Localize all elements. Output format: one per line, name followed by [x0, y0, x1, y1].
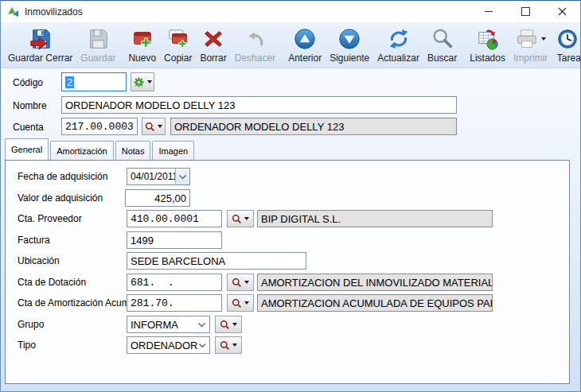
proveedor-lookup-caret-icon	[244, 217, 249, 220]
tipo-value: ORDENADOR	[131, 340, 198, 351]
cuenta-lookup-button[interactable]	[142, 118, 166, 135]
magnifier-icon	[232, 298, 242, 309]
amortizacion-lookup-button[interactable]	[227, 294, 254, 312]
refresh-button[interactable]: Actualizar	[373, 24, 423, 68]
nombre-label: Nombre	[13, 100, 47, 111]
undo-button[interactable]: Deshacer	[231, 24, 279, 68]
maximize-button[interactable]	[507, 1, 544, 22]
cuenta-input[interactable]: 217.00.0003	[61, 118, 138, 135]
save-close-button[interactable]: Guardar Cerrar	[4, 24, 76, 68]
grupo-lookup-button[interactable]	[215, 316, 242, 333]
previous-icon	[293, 27, 317, 51]
gear-icon	[133, 76, 145, 88]
tipo-combobox[interactable]: ORDENADOR	[127, 336, 210, 354]
codigo-options-button[interactable]	[131, 72, 154, 91]
toolbar-label: Tareas	[557, 52, 581, 64]
tab-imagen[interactable]: Imagen	[152, 141, 194, 160]
grupo-label: Grupo	[18, 319, 44, 330]
chevron-down-icon	[178, 174, 187, 180]
toolbar-label: Anterior	[288, 52, 322, 64]
proveedor-input[interactable]: 410.00.0001	[127, 210, 222, 227]
content-area: Código 2 Nombre ORDENADOR MODELO DELLY 1…	[1, 68, 580, 391]
tipo-lookup-button[interactable]	[215, 336, 242, 354]
print-dropdown-caret-icon[interactable]	[541, 37, 546, 41]
toolbar-label: Guardar	[80, 52, 115, 64]
amortizacion-input[interactable]: 281.70.	[127, 294, 222, 312]
search-icon	[431, 27, 454, 51]
proveedor-label: Cta. Proveedor	[18, 213, 82, 224]
tab-general[interactable]: General	[5, 138, 49, 160]
copy-button[interactable]: Copiar	[160, 24, 196, 68]
app-logo-icon	[7, 6, 20, 18]
chevron-down-icon	[198, 343, 206, 348]
toolbar-label: Actualizar	[377, 52, 419, 64]
cuenta-lookup-caret-icon	[158, 125, 162, 128]
toolbar-label: Imprimir	[513, 52, 548, 64]
window-controls	[470, 1, 580, 22]
magnifier-icon	[145, 122, 155, 132]
tab-notas[interactable]: Notas	[115, 141, 151, 160]
new-card-icon	[131, 27, 154, 51]
general-tab-panel: Fecha de adquisición 04/01/2011 Valor de…	[5, 160, 570, 384]
factura-input[interactable]: 1499	[127, 231, 222, 249]
toolbar-label: Deshacer	[235, 52, 275, 64]
nombre-input[interactable]: ORDENADOR MODELO DELLY 123	[61, 96, 457, 114]
valor-input[interactable]: 425,00	[125, 189, 190, 207]
delete-button[interactable]: Borrar	[196, 24, 230, 68]
new-button[interactable]: Nuevo	[124, 24, 160, 68]
minimize-button[interactable]	[470, 1, 507, 22]
title-bar: Inmovilizados	[1, 1, 580, 22]
magnifier-icon	[220, 340, 230, 351]
toolbar-label: Copiar	[164, 52, 192, 64]
copy-icon	[166, 27, 190, 51]
fecha-value: 04/01/2011	[131, 171, 177, 182]
amortizacion-description: AMORTIZACION ACUMULADA DE EQUIPOS PARA P…	[257, 294, 493, 312]
chevron-down-icon	[197, 322, 206, 328]
dotacion-lookup-button[interactable]	[227, 274, 254, 291]
amortizacion-lookup-caret-icon	[244, 301, 249, 305]
tipo-label: Tipo	[18, 340, 36, 351]
tab-strip: General Amortización Notas Imagen	[5, 138, 196, 160]
toolbar-label: Buscar	[427, 52, 457, 64]
next-button[interactable]: Siguiente	[326, 24, 373, 68]
save-button[interactable]: Guardar	[76, 24, 119, 68]
save-icon	[86, 27, 110, 51]
amortizacion-label: Cta de Amortización Acum.	[18, 297, 132, 309]
magnifier-icon	[232, 214, 242, 224]
toolbar-label: Borrar	[200, 52, 226, 64]
refresh-icon	[387, 27, 411, 51]
clock-icon	[556, 27, 579, 51]
toolbar-label: Nuevo	[128, 52, 156, 64]
ubicacion-input[interactable]: SEDE BARCELONA	[127, 252, 306, 270]
cuenta-label: Cuenta	[13, 122, 44, 133]
codigo-selected-text: 2	[65, 76, 74, 88]
tab-amortizacion[interactable]: Amortización	[50, 141, 114, 160]
gear-dropdown-caret-icon	[147, 80, 152, 83]
proveedor-lookup-button[interactable]	[227, 210, 254, 227]
dotacion-input[interactable]: 681. .	[127, 274, 222, 291]
minimize-icon	[485, 11, 493, 12]
tasks-button[interactable]: Tareas	[552, 24, 581, 68]
toolbar-label: Guardar Cerrar	[8, 52, 72, 64]
print-button[interactable]: Imprimir	[509, 24, 552, 68]
valor-label: Valor de adquisición	[18, 192, 103, 204]
app-window: Inmovilizados Guardar Cerrar	[0, 0, 581, 392]
fecha-dropdown-button[interactable]	[175, 169, 189, 184]
tipo-lookup-caret-icon	[232, 343, 237, 347]
magnifier-icon	[232, 278, 242, 288]
close-button[interactable]	[544, 1, 580, 22]
delete-x-icon	[201, 27, 225, 51]
proveedor-description: BIP DIGITAL S.L.	[257, 210, 493, 227]
search-button[interactable]: Buscar	[423, 24, 461, 68]
previous-button[interactable]: Anterior	[284, 24, 326, 68]
next-icon	[337, 27, 361, 51]
ubicacion-label: Ubicación	[18, 255, 60, 266]
codigo-input[interactable]: 2	[61, 72, 127, 91]
grupo-combobox[interactable]: INFORMA	[127, 316, 210, 333]
grupo-lookup-caret-icon	[232, 323, 237, 326]
reports-button[interactable]: Listados	[466, 24, 509, 68]
fecha-input[interactable]: 04/01/2011	[127, 168, 190, 185]
magnifier-icon	[220, 320, 230, 330]
undo-icon	[243, 27, 267, 51]
codigo-label: Código	[13, 77, 43, 88]
